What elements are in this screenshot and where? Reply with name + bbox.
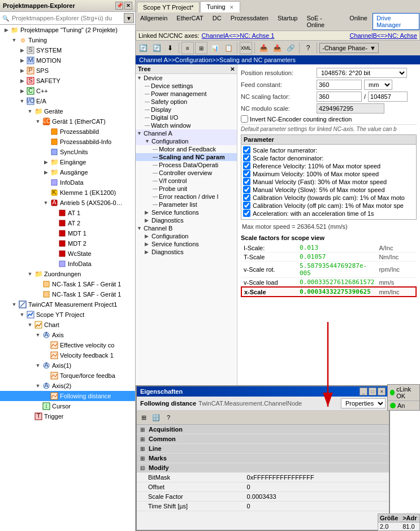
close-panel-button[interactable]: ✕	[124, 2, 132, 10]
config-tree-error-reaction[interactable]: — Error reaction / drive l	[136, 193, 237, 201]
maximize-button[interactable]: □	[369, 388, 376, 395]
tree-cpp[interactable]: ▶ C C++	[0, 86, 135, 96]
tree-infodata2[interactable]: InfoData	[0, 259, 135, 269]
config-tree-digital-io[interactable]: — Digital I/O	[136, 114, 237, 121]
tree-infodata1[interactable]: InfoData	[0, 177, 135, 188]
tree-wcstate[interactable]: WcState	[0, 249, 135, 259]
config-tree-device-settings[interactable]: — Device settings	[136, 82, 237, 90]
nc-scaling-divisor[interactable]	[368, 92, 408, 102]
tree-cursor[interactable]: ↕ Cursor	[0, 401, 135, 411]
tree-mdt2[interactable]: MDT 2	[0, 238, 135, 249]
xml-icon[interactable]: XML	[240, 42, 252, 54]
config-tree-probe[interactable]: — Probe unit	[136, 185, 237, 193]
alpha-view-button[interactable]: 🔡	[150, 412, 162, 423]
config-tree-diagnostics[interactable]: ▶ Diagnostics	[136, 216, 237, 224]
config-tree-power[interactable]: — Power management	[136, 90, 237, 98]
channel-a-link[interactable]: ChannelA<=>NC: Achse 1	[202, 32, 275, 39]
invert-checkbox[interactable]	[241, 115, 248, 123]
list-icon[interactable]: ⊞	[195, 42, 207, 54]
tree-prozessabbild[interactable]: Prozessabbild	[0, 127, 135, 137]
export-icon[interactable]: 📤	[271, 42, 283, 54]
param-check-4[interactable]	[243, 178, 250, 185]
tree-geraete[interactable]: ▼ 📁 Geräte	[0, 106, 135, 116]
channel-b-link[interactable]: ChannelB<=>NC: Achse	[349, 32, 417, 39]
tree-nctask2[interactable]: NC-Task 1 SAF - Gerät 1	[0, 289, 135, 299]
prop-help-button[interactable]: ?	[163, 412, 174, 423]
menu-soe[interactable]: SoE - Online	[302, 13, 344, 30]
pin-button[interactable]: 📌	[115, 2, 123, 10]
section-modify[interactable]: ⊟ Modify	[137, 463, 389, 473]
config-tree-controller[interactable]: — Controller overview	[136, 169, 237, 177]
tree-safety[interactable]: ▶ S SAFETY	[0, 76, 135, 86]
category-view-button[interactable]: ⊞	[138, 412, 149, 423]
config-tree-scaling[interactable]: — Scaling and NC param	[136, 153, 237, 161]
config-tree-close[interactable]: ✕	[230, 66, 235, 72]
import-icon[interactable]: 📥	[257, 42, 270, 54]
section-acquisition[interactable]: ⊞ Acquisition	[137, 425, 389, 434]
config-tree-channel-b-diag[interactable]: ▶ Diagnostics	[136, 248, 237, 256]
param-check-7[interactable]	[243, 202, 250, 209]
tree-zuordnungen[interactable]: ▼ 📁 Zuordnungen	[0, 269, 135, 279]
tree-measurement[interactable]: ▼ TwinCAT Measurement Project1	[0, 299, 135, 310]
config-tree-channel-a[interactable]: ▼ Channel A	[136, 129, 237, 137]
tree-ausgaenge[interactable]: ▶ 📁 Ausgänge	[0, 167, 135, 177]
config-tree-safety[interactable]: — Safety option	[136, 98, 237, 106]
tree-syncunits[interactable]: SyncUnits	[0, 147, 135, 157]
config-tree-watch[interactable]: — Watch window	[136, 121, 237, 129]
tree-torque[interactable]: Torque/force feedba	[0, 371, 135, 381]
config-tree-vf[interactable]: — V/f control	[136, 177, 237, 185]
section-marks[interactable]: ⊞ Marks	[137, 454, 389, 463]
tree-system[interactable]: ▶ S SYSTEM	[0, 45, 135, 55]
nc-modulo-input[interactable]	[317, 103, 384, 114]
tree-motion[interactable]: ▶ M MOTION	[0, 55, 135, 66]
tree-following-distance[interactable]: Following distance	[0, 391, 135, 401]
config-tree-service[interactable]: ▶ Service functions	[136, 208, 237, 216]
param-check-1[interactable]	[243, 154, 250, 162]
config-tree-motor-feedback[interactable]: — Motor and Feedback	[136, 145, 237, 153]
config-tree-configuration[interactable]: ▼ Configuration	[136, 137, 237, 145]
tree-prozessabbild-info[interactable]: Prozessabbild-Info	[0, 137, 135, 147]
link-icon[interactable]: 🔗	[284, 42, 297, 54]
grid-icon[interactable]: 📊	[209, 42, 221, 54]
tree-axis2[interactable]: ▼ A Axis(2)	[0, 381, 135, 391]
tree-scope[interactable]: ▼ Scope YT Project	[0, 310, 135, 320]
tree-effective-velocity[interactable]: Effective velocity co	[0, 340, 135, 350]
minimize-button[interactable]: _	[360, 388, 367, 395]
tree-geraet1[interactable]: ▼ EC Gerät 1 (EtherCAT)	[0, 116, 135, 127]
feed-constant-input[interactable]	[317, 80, 362, 90]
tree-chart[interactable]: ▼ Chart	[0, 320, 135, 330]
tab-close-button[interactable]: ✕	[230, 5, 234, 10]
tree-mdt1[interactable]: MDT 1	[0, 228, 135, 238]
config-tree-device[interactable]: ▼ Device	[136, 74, 237, 82]
tree-nctask1[interactable]: NC-Task 1 SAF - Gerät 1	[0, 279, 135, 289]
param-check-0[interactable]	[243, 146, 250, 154]
config-tree-display[interactable]: — Display	[136, 106, 237, 114]
copy-icon[interactable]: 📋	[222, 42, 235, 54]
config-tree-channel-b-config[interactable]: ▶ Configuration	[136, 232, 237, 240]
prop-dropdown[interactable]: Properties	[341, 398, 386, 408]
param-check-8[interactable]	[243, 210, 250, 217]
menu-dc[interactable]: DC	[209, 13, 226, 30]
tree-trigger[interactable]: T Trigger	[0, 411, 135, 421]
search-input[interactable]	[10, 14, 124, 22]
tab-tuning[interactable]: Tuning ✕	[200, 1, 240, 12]
tree-at2[interactable]: AT 2	[0, 218, 135, 228]
close-button[interactable]: ✕	[378, 388, 386, 395]
tree-axis[interactable]: ▼ A Axis	[0, 330, 135, 340]
help-icon[interactable]: ?	[302, 42, 314, 54]
an-button[interactable]: An	[388, 401, 419, 410]
section-line[interactable]: ⊞ Line	[137, 444, 389, 454]
config-tree-channel-b-service[interactable]: ▶ Service functions	[136, 240, 237, 248]
config-tree-channel-b[interactable]: ▼ Channel B	[136, 224, 237, 232]
phase-dropdown[interactable]: -Change Phase- ▼	[319, 43, 379, 53]
param-check-2[interactable]	[243, 162, 250, 169]
tree-axis1[interactable]: ▼ A Axis(1)	[0, 360, 135, 371]
tree-root[interactable]: ▶ 📁 Projektmappe "Tuning" (2 Projekte)	[0, 25, 135, 35]
clink-ok-button[interactable]: cLink OK	[388, 385, 419, 401]
feed-constant-unit[interactable]: mm	[364, 80, 392, 90]
tab-scope[interactable]: Scope YT Project*	[137, 2, 200, 12]
tree-sps[interactable]: ▶ P SPS	[0, 66, 135, 76]
tree-klemme[interactable]: K Klemme 1 (EK1200)	[0, 188, 135, 198]
download-icon[interactable]: ⬇	[164, 42, 176, 54]
refresh-icon[interactable]: 🔄	[137, 42, 149, 54]
